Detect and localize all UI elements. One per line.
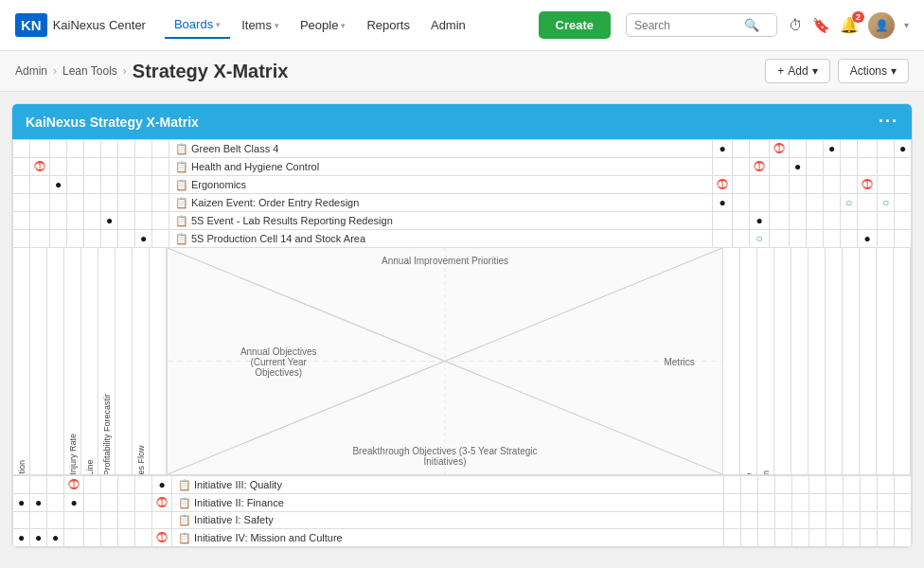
actions-label: Actions [850,64,887,78]
bookmark-icon[interactable]: 🔖 [812,17,830,34]
dot-cell [67,230,84,248]
notification-icon[interactable]: 🔔 2 [840,16,859,34]
chevron-down-icon: ▾ [891,64,897,78]
rotated-col-left: Green Belt Classes 2017 [47,248,64,474]
breadcrumb-admin[interactable]: Admin [15,64,47,78]
dot-filled: ● [828,142,835,155]
dot-cell [826,476,844,494]
dot-priority: ⓵ [156,496,168,509]
dot-cell [878,512,895,529]
rotated-col-left: Employer of Choice [30,248,47,474]
dot-cell [50,158,67,176]
breadcrumb: Admin › Lean Tools › Strategy X-Matrix [15,61,288,82]
nav-admin[interactable]: Admin [421,12,475,38]
avatar[interactable]: 👤 [868,12,895,39]
rotated-col-right: Monthly Expenditures [723,248,740,474]
item-name[interactable]: 📋Green Belt Class 4 [169,140,713,158]
dot-filled: ● [140,232,147,245]
rotated-col-right: Throughput Times - Austin [757,248,774,474]
dot-cell [841,140,858,158]
dot-cell: ● [152,476,172,494]
dot-cell [13,140,30,158]
item-name[interactable]: 📋Ergonomics [169,176,713,194]
rotated-col-right: Harold Ramis [808,248,826,474]
dot-cell [84,176,101,194]
add-icon: + [777,64,784,78]
chevron-down-icon[interactable]: ▾ [904,20,909,30]
main-content: KaiNexus Strategy X-Matrix ··· 📋Green Be… [0,92,924,567]
add-button[interactable]: + Add ▾ [765,59,829,83]
dot-open-green: ○ [882,196,889,209]
dot-filled: ● [52,531,59,544]
nav-boards-label: Boards [174,17,213,31]
dot-cell [858,212,878,230]
dot-cell [135,212,152,230]
dot-filled: ● [35,531,42,544]
matrix-title: KaiNexus Strategy X-Matrix [26,115,199,130]
dot-cell [861,512,878,529]
item-name[interactable]: 📋Initiative III: Quality [172,476,724,494]
dot-filled: ● [899,142,906,155]
dot-cell [770,176,790,194]
item-name[interactable]: 📋Initiative I: Safety [172,512,724,529]
dot-cell: ● [895,140,912,158]
dot-open-green: ○ [755,232,762,245]
rotated-label: Maintain Low Workplace Injury Rate [68,362,78,474]
breadcrumb-lean-tools[interactable]: Lean Tools [62,64,117,78]
dot-cell: ⓵ [64,476,84,494]
dot-cell [792,494,809,512]
rotated-label: Harriett Mitchell [829,362,839,474]
nav-people[interactable]: People ▾ [291,12,355,38]
dot-cell [84,158,101,176]
search-area[interactable]: 🔍 [626,13,777,37]
dot-cell [895,212,912,230]
rotated-label: Revenue Cycle - Project Profitability Fo… [102,362,112,474]
item-name[interactable]: 📋5S Event - Lab Results Reporting Redesi… [169,212,713,230]
rotated-col-left: VSM - Emergency Services Flow [133,248,150,474]
dot-filled: ● [719,142,725,155]
dot-cell: ⓵ [770,140,790,158]
dot-cell [101,158,118,176]
dot-cell [101,476,118,494]
dot-cell [67,140,84,158]
dot-cell [84,494,101,512]
nav-admin-label: Admin [431,18,466,32]
more-options-icon[interactable]: ··· [879,112,898,132]
rotated-label: Green Belt Classes 2017 [51,362,61,474]
item-name[interactable]: 📋Initiative II: Finance [172,494,724,512]
dot-filled: ● [794,160,801,173]
dot-cell [67,194,84,212]
dot-cell [861,529,878,547]
nav-items-menu[interactable]: Items ▾ [232,12,289,38]
rotated-label: Monthly Expenditures [727,362,737,474]
item-name[interactable]: 📋Kaizen Event: Order Entry Redesign [169,194,713,212]
dot-cell [101,529,118,547]
item-name[interactable]: 📋Initiative IV: Mission and Culture [172,529,724,547]
item-name[interactable]: 📋5S Production Cell 14 and Stock Area [169,230,713,248]
dot-cell [844,476,861,494]
item-name[interactable]: 📋Health and Hygiene Control [169,158,713,176]
dot-cell [741,494,758,512]
dot-cell [84,230,101,248]
nav-reports[interactable]: Reports [357,12,419,38]
dot-cell [758,494,775,512]
breadcrumb-sep1: › [53,64,57,78]
dot-cell [713,158,733,176]
history-icon[interactable]: ⏱ [789,17,803,33]
breadcrumb-actions: + Add ▾ Actions ▾ [765,59,909,83]
rotated-col-right: Braden Wilson [860,248,877,474]
dot-cell [858,158,878,176]
dot-cell [47,494,64,512]
dot-cell [713,230,733,248]
layout: KaiNexus Strategy X-Matrix ··· 📋Green Be… [0,92,924,567]
logo-area: KN KaiNexus Center [15,13,146,37]
create-button[interactable]: Create [539,11,611,39]
dot-priority: ⓵ [754,160,765,173]
nav-boards[interactable]: Boards ▾ [165,11,230,39]
actions-button[interactable]: Actions ▾ [838,59,909,83]
dot-cell [807,230,824,248]
dot-cell: ● [790,158,807,176]
dot-cell [67,176,84,194]
search-input[interactable] [634,19,738,32]
dot-cell [84,529,101,547]
